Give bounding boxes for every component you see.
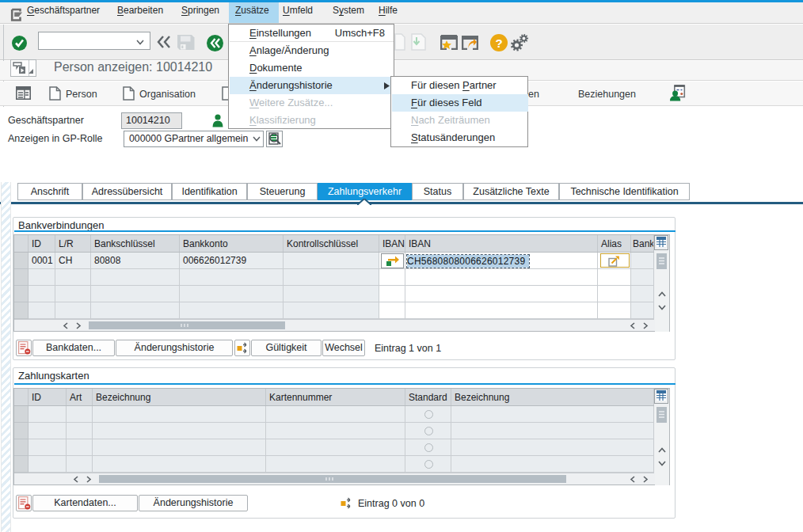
svg-text:?: ? xyxy=(495,36,502,50)
